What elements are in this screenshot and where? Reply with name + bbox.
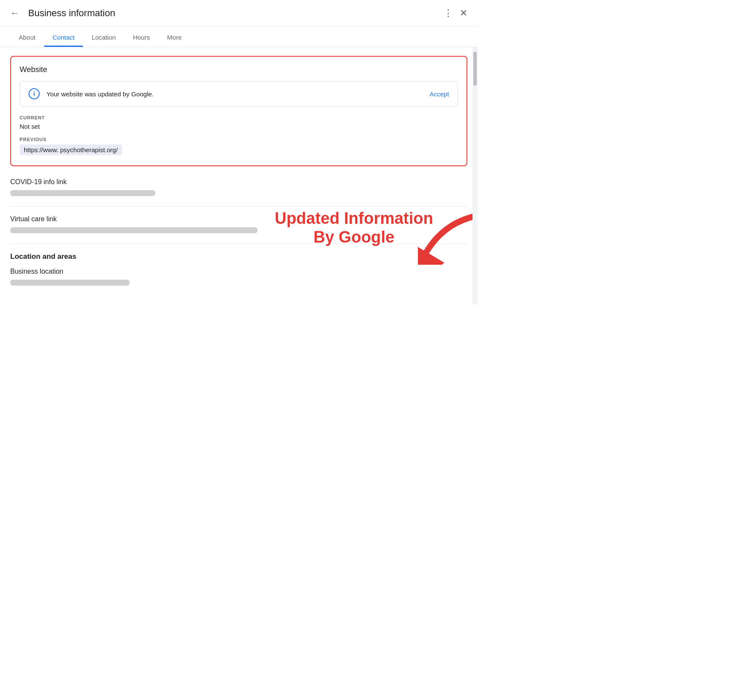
covid-blurred-url <box>10 190 155 196</box>
covid-section: COVID-19 info link <box>10 178 467 196</box>
business-location-title: Business location <box>10 268 467 275</box>
header: ← Business information ⋮ ✕ <box>0 0 478 27</box>
more-options-icon[interactable]: ⋮ <box>444 8 453 19</box>
content-area: Website i Your website was updated by Go… <box>0 47 478 304</box>
covid-title: COVID-19 info link <box>10 178 467 186</box>
virtual-care-section: Virtual care link <box>10 215 467 233</box>
header-actions: ⋮ ✕ <box>444 8 467 19</box>
divider-1 <box>10 206 467 207</box>
tab-contact[interactable]: Contact <box>44 27 83 47</box>
scrollbar-track[interactable] <box>473 47 478 304</box>
tabs-bar: About Contact Location Hours More <box>0 27 478 47</box>
current-label: CURRENT <box>20 115 458 120</box>
close-icon[interactable]: ✕ <box>460 8 467 19</box>
virtual-care-blurred-url <box>10 227 258 233</box>
main-wrapper: Website i Your website was updated by Go… <box>0 47 478 304</box>
location-areas-section: Location and areas Business location <box>10 252 467 286</box>
accept-button[interactable]: Accept <box>429 90 449 98</box>
tab-hours[interactable]: Hours <box>125 27 159 47</box>
page-title: Business information <box>28 8 444 19</box>
tab-more[interactable]: More <box>159 27 190 47</box>
back-button[interactable]: ← <box>10 8 20 19</box>
location-areas-title: Location and areas <box>10 252 467 261</box>
banner-text: Your website was updated by Google. <box>46 90 429 98</box>
google-update-banner: i Your website was updated by Google. Ac… <box>20 81 458 107</box>
website-section: Website i Your website was updated by Go… <box>10 56 467 166</box>
info-icon: i <box>29 88 40 99</box>
current-value: Not set <box>20 123 458 130</box>
divider-2 <box>10 243 467 244</box>
previous-url: https://www. psychotherapist.org/ <box>20 145 122 155</box>
business-location-blurred <box>10 280 130 286</box>
scrollbar-thumb[interactable] <box>473 52 477 86</box>
previous-label: PREVIOUS <box>20 137 458 142</box>
website-section-title: Website <box>20 65 458 74</box>
tab-about[interactable]: About <box>10 27 44 47</box>
tab-location[interactable]: Location <box>83 27 125 47</box>
virtual-care-title: Virtual care link <box>10 215 467 223</box>
